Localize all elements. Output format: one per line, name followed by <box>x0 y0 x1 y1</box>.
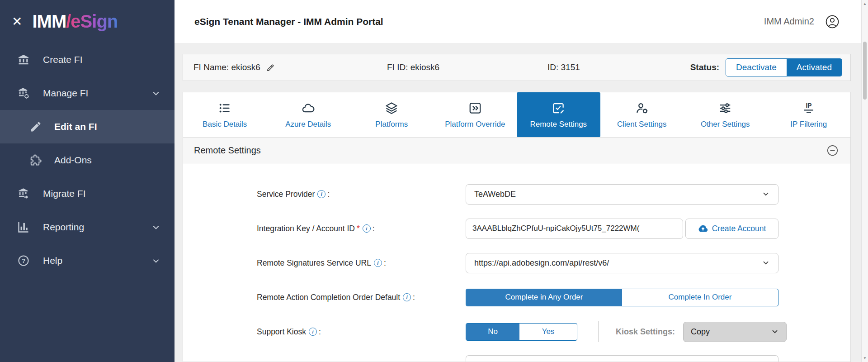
page-scrollbar[interactable]: ▲ ▼ <box>861 0 868 362</box>
section-title: Remote Settings <box>194 145 261 156</box>
page-title: eSign Tenant Manager - IMM Admin Portal <box>194 16 383 27</box>
sidebar-item-edit-an-fi[interactable]: Edit an FI <box>0 110 175 143</box>
top-header: eSign Tenant Manager - IMM Admin Portal … <box>175 0 861 43</box>
info-icon[interactable]: i <box>317 190 326 198</box>
fi-id: FI ID: ekiosk6 <box>387 62 547 72</box>
form-row-integration-key: Integration Key / Account ID*i: Create A… <box>183 211 850 246</box>
tab-client-settings[interactable]: Client Settings <box>600 92 684 137</box>
support-kiosk-label: Support Kioski: <box>257 327 466 337</box>
list-icon <box>217 101 232 115</box>
sidebar-item-help[interactable]: ? Help <box>0 244 175 277</box>
collapse-icon[interactable] <box>826 144 839 157</box>
sidebar-item-label: Edit an FI <box>54 121 97 132</box>
form-row-service-provider: Service Provideri: TeAWebDE <box>183 177 850 211</box>
tab-label: IP Filtering <box>790 120 827 129</box>
help-icon: ? <box>17 254 30 267</box>
tab-platform-override[interactable]: Platform Override <box>434 92 517 137</box>
chevron-down-icon <box>762 190 770 198</box>
integration-key-input[interactable] <box>466 219 683 239</box>
info-icon[interactable]: i <box>309 328 317 336</box>
scrollbar-thumb[interactable] <box>863 42 867 100</box>
layers-icon <box>384 101 399 115</box>
sidebar-header: ✕ IMM/eSign <box>0 0 175 43</box>
sliders-icon <box>718 101 732 115</box>
fi-info-bar: FI Name: ekiosk6 FI ID: ekiosk6 ID: 3151… <box>183 54 851 81</box>
sidebar-item-manage-fi[interactable]: Manage FI <box>0 76 175 110</box>
tab-label: Basic Details <box>203 120 247 129</box>
kiosk-yes-option[interactable]: Yes <box>519 324 577 340</box>
select-value: Copy <box>691 327 710 337</box>
tab-remote-settings[interactable]: Remote Settings <box>517 92 600 137</box>
status-label: Status: <box>690 62 719 72</box>
remote-settings-icon <box>551 101 566 115</box>
remote-url-label: Remote Signatures Service URLi: <box>257 258 466 268</box>
scroll-down-arrow[interactable]: ▼ <box>862 356 868 360</box>
integration-key-control: Create Account <box>466 219 778 239</box>
create-account-button[interactable]: Create Account <box>685 219 778 239</box>
form-row-support-kiosk: Support Kioski: No Yes Kiosk Settings: C… <box>183 314 850 349</box>
next-control-partial <box>466 355 778 362</box>
user-avatar-icon[interactable] <box>825 14 840 29</box>
remote-settings-form: Service Provideri: TeAWebDE <box>183 163 850 362</box>
select-value: https://api.adobesign.com/api/rest/v6/ <box>474 258 609 268</box>
tab-basic-details[interactable]: Basic Details <box>183 92 267 137</box>
sidebar-item-label: Manage FI <box>43 88 88 99</box>
sidebar-item-migrate-fi[interactable]: Migrate FI <box>0 177 175 210</box>
tab-label: Client Settings <box>617 120 667 129</box>
tab-other-settings[interactable]: Other Settings <box>684 92 767 137</box>
migrate-fi-icon <box>17 187 30 200</box>
tab-label: Remote Settings <box>530 120 587 129</box>
info-icon[interactable]: i <box>374 259 382 267</box>
chevron-down-icon <box>771 328 779 336</box>
svg-text:?: ? <box>22 257 25 264</box>
sidebar-item-label: Migrate FI <box>43 188 86 199</box>
kiosk-settings-select[interactable]: Copy <box>683 322 787 342</box>
activated-button[interactable]: Activated <box>787 59 842 76</box>
kiosk-no-option[interactable]: No <box>466 324 519 340</box>
chevron-down-icon <box>152 89 160 97</box>
completion-order-label: Remote Action Completion Order Defaulti: <box>257 293 466 302</box>
app-window: ✕ IMM/eSign Create FI Manage FI <box>0 0 868 362</box>
bar-chart-icon <box>17 220 30 234</box>
svg-text:IP: IP <box>806 102 811 109</box>
cloud-upload-icon <box>698 224 708 233</box>
chevron-down-icon <box>762 259 770 267</box>
sidebar-item-create-fi[interactable]: Create FI <box>0 43 175 76</box>
ip-filter-icon: IP <box>802 101 816 115</box>
sidebar-item-label: Create FI <box>43 54 83 65</box>
tab-platforms[interactable]: Platforms <box>350 92 434 137</box>
tab-label: Platform Override <box>445 120 505 129</box>
deactivate-button[interactable]: Deactivate <box>726 59 787 76</box>
info-icon[interactable]: i <box>363 224 371 233</box>
remote-url-control: https://api.adobesign.com/api/rest/v6/ <box>466 253 778 273</box>
tab-azure-details[interactable]: Azure Details <box>267 92 350 137</box>
fi-name: FI Name: ekiosk6 <box>193 62 260 72</box>
tab-label: Azure Details <box>285 120 331 129</box>
form-row-remote-url: Remote Signatures Service URLi: https://… <box>183 246 850 280</box>
tab-label: Platforms <box>375 120 408 129</box>
edit-pencil-icon[interactable] <box>266 63 275 72</box>
section-header: Remote Settings <box>183 137 850 163</box>
kiosk-settings-label: Kiosk Settings: <box>616 327 675 337</box>
tab-ip-filtering[interactable]: IP IP Filtering <box>767 92 851 137</box>
chevron-down-icon <box>152 257 160 265</box>
vertical-divider <box>598 321 599 342</box>
sidebar-item-label: Help <box>43 255 62 266</box>
sidebar-item-add-ons[interactable]: Add-Ons <box>0 143 175 177</box>
info-icon[interactable]: i <box>403 293 411 301</box>
sidebar: ✕ IMM/eSign Create FI Manage FI <box>0 0 175 362</box>
close-icon[interactable]: ✕ <box>12 15 22 28</box>
sidebar-item-reporting[interactable]: Reporting <box>0 210 175 244</box>
settings-panel: Basic Details Azure Details Platforms <box>183 92 851 362</box>
logo-esign: /eSign <box>66 11 118 31</box>
complete-in-order-option[interactable]: Complete In Order <box>622 289 778 306</box>
fi-numeric-id: ID: 3151 <box>547 62 690 72</box>
service-provider-select[interactable]: TeAWebDE <box>466 184 778 205</box>
sidebar-nav: Create FI Manage FI Edit an FI <box>0 43 175 277</box>
complete-any-order-option[interactable]: Complete in Any Order <box>466 289 622 306</box>
remote-url-select[interactable]: https://api.adobesign.com/api/rest/v6/ <box>466 253 778 273</box>
scroll-up-arrow[interactable]: ▲ <box>862 2 868 6</box>
required-asterisk: * <box>357 224 360 233</box>
app-logo: IMM/eSign <box>32 11 118 32</box>
override-icon <box>468 101 482 115</box>
